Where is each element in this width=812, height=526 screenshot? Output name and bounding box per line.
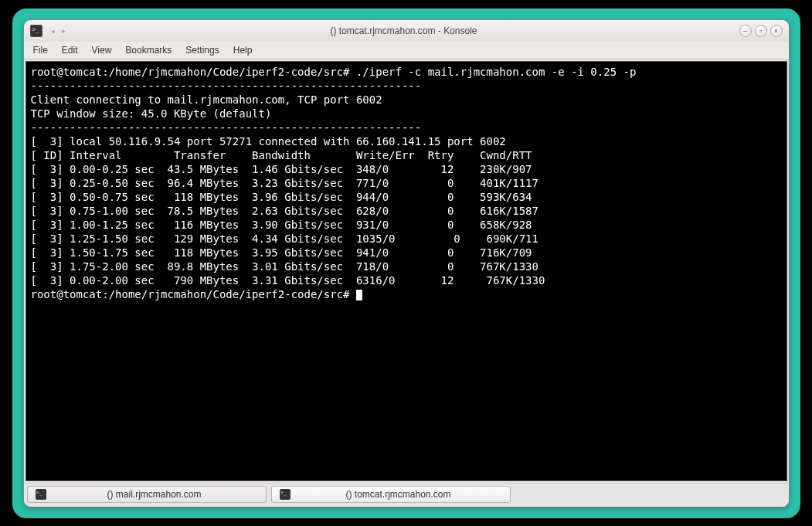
nav-chevrons: ◂ ▸ (49, 26, 69, 36)
term-row: [ 3] 0.00-2.00 sec 790 MBytes 3.31 Gbits… (31, 274, 545, 287)
window-controls: – ▫ × (739, 25, 783, 37)
term-line: Client connecting to mail.rjmcmahon.com,… (31, 93, 382, 106)
tab-mail[interactable]: () mail.rjmcmahon.com (27, 486, 267, 503)
tab-label: () mail.rjmcmahon.com (51, 489, 258, 500)
term-row: [ 3] 1.50-1.75 sec 118 MBytes 3.95 Gbits… (31, 246, 532, 259)
menu-bookmarks[interactable]: Bookmarks (125, 45, 172, 56)
term-row: [ 3] 1.00-1.25 sec 116 MBytes 3.90 Gbits… (31, 219, 532, 231)
menu-view[interactable]: View (92, 45, 112, 56)
term-line: ----------------------------------------… (31, 121, 422, 134)
term-row: [ 3] 0.50-0.75 sec 118 MBytes 3.96 Gbits… (31, 191, 532, 203)
term-line: [ 3] local 50.116.9.54 port 57271 connec… (31, 135, 506, 148)
menu-file[interactable]: File (33, 45, 48, 56)
menu-help[interactable]: Help (233, 45, 253, 56)
term-line: ----------------------------------------… (31, 80, 422, 92)
minimize-button[interactable]: – (739, 25, 752, 37)
terminal-icon (36, 489, 46, 500)
app-icon (30, 25, 42, 37)
cursor-icon (356, 290, 362, 300)
window-title: () tomcat.rjmcmahon.com - Konsole (72, 25, 736, 36)
titlebar[interactable]: ◂ ▸ () tomcat.rjmcmahon.com - Konsole – … (24, 20, 789, 42)
menu-edit[interactable]: Edit (62, 45, 78, 56)
tab-tomcat[interactable]: () tomcat.rjmcmahon.com (271, 486, 511, 503)
maximize-button[interactable]: ▫ (755, 25, 767, 37)
chevron-right-icon[interactable]: ▸ (59, 26, 69, 36)
terminal-output[interactable]: root@tomcat:/home/rjmcmahon/Code/iperf2-… (25, 61, 787, 481)
term-row: [ 3] 0.25-0.50 sec 96.4 MBytes 3.23 Gbit… (31, 177, 539, 189)
term-prompt: root@tomcat:/home/rjmcmahon/Code/iperf2-… (31, 288, 356, 300)
term-row: [ 3] 1.25-1.50 sec 129 MBytes 4.34 Gbits… (31, 232, 539, 245)
term-row: [ 3] 0.75-1.00 sec 78.5 MBytes 2.63 Gbit… (31, 205, 539, 217)
tab-label: () tomcat.rjmcmahon.com (295, 489, 502, 500)
term-line: TCP window size: 45.0 KByte (default) (31, 107, 272, 120)
term-row: [ 3] 1.75-2.00 sec 89.8 MBytes 3.01 Gbit… (31, 260, 539, 273)
tabbar: () mail.rjmcmahon.com () tomcat.rjmcmaho… (24, 483, 789, 507)
menubar: File Edit View Bookmarks Settings Help (24, 42, 789, 59)
term-line: root@tomcat:/home/rjmcmahon/Code/iperf2-… (31, 66, 637, 78)
term-row: [ 3] 0.00-0.25 sec 43.5 MBytes 1.46 Gbit… (31, 163, 532, 175)
konsole-window: ◂ ▸ () tomcat.rjmcmahon.com - Konsole – … (23, 19, 790, 507)
terminal-icon (280, 489, 290, 500)
close-button[interactable]: × (770, 25, 783, 37)
outer-frame: ◂ ▸ () tomcat.rjmcmahon.com - Konsole – … (12, 8, 800, 518)
term-line: [ ID] Interval Transfer Bandwidth Write/… (31, 149, 532, 161)
menu-settings[interactable]: Settings (185, 45, 219, 56)
chevron-left-icon[interactable]: ◂ (49, 26, 58, 36)
